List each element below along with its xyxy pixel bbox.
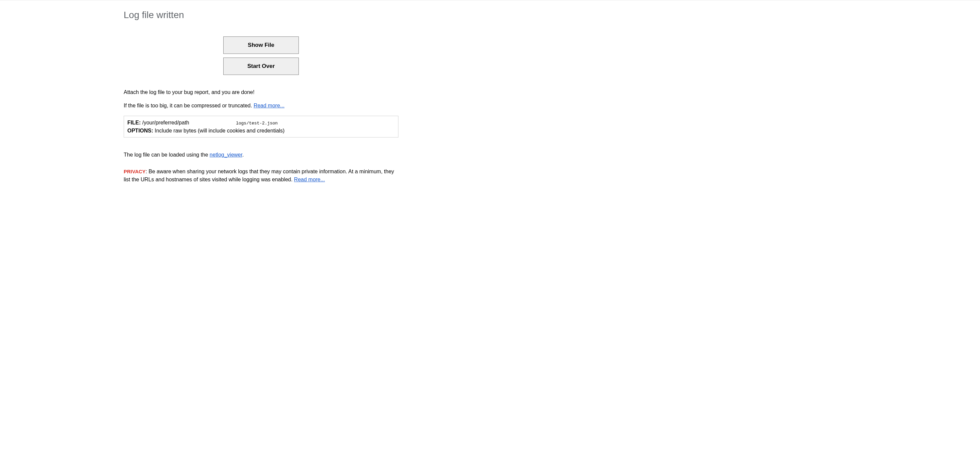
viewer-instruction: The log file can be loaded using the net… — [124, 151, 398, 159]
button-group: Show File Start Over — [124, 37, 398, 75]
start-over-button[interactable]: Start Over — [223, 58, 299, 75]
read-more-link-compression[interactable]: Read more... — [254, 103, 285, 109]
file-info-box: FILE: /your/preferred/pathlogs/test-2.js… — [124, 116, 398, 137]
privacy-label: PRIVACY — [124, 169, 146, 174]
file-path-suffix: logs/test-2.json — [236, 121, 278, 126]
options-label: OPTIONS: — [127, 128, 153, 133]
read-more-link-privacy[interactable]: Read more... — [294, 177, 325, 182]
viewer-suffix: . — [242, 152, 243, 158]
attach-instruction: Attach the log file to your bug report, … — [124, 88, 398, 96]
privacy-body: : Be aware when sharing your network log… — [124, 169, 394, 182]
options-value: Include raw bytes (will include cookies … — [153, 128, 285, 133]
file-label: FILE: — [127, 120, 141, 125]
main-container: Log file written Show File Start Over At… — [124, 0, 398, 184]
file-path-prefix: /your/preferred/path — [141, 120, 189, 125]
options-row: OPTIONS: Include raw bytes (will include… — [127, 127, 395, 134]
compress-instruction: If the file is too big, it can be compre… — [124, 102, 398, 110]
privacy-notice: PRIVACY: Be aware when sharing your netw… — [124, 168, 398, 184]
show-file-button[interactable]: Show File — [223, 37, 299, 54]
netlog-viewer-link[interactable]: netlog_viewer — [210, 152, 242, 158]
too-big-text: If the file is too big, it can be compre… — [124, 103, 254, 109]
viewer-prefix: The log file can be loaded using the — [124, 152, 210, 158]
page-title: Log file written — [124, 10, 398, 21]
file-row: FILE: /your/preferred/pathlogs/test-2.js… — [127, 119, 395, 127]
